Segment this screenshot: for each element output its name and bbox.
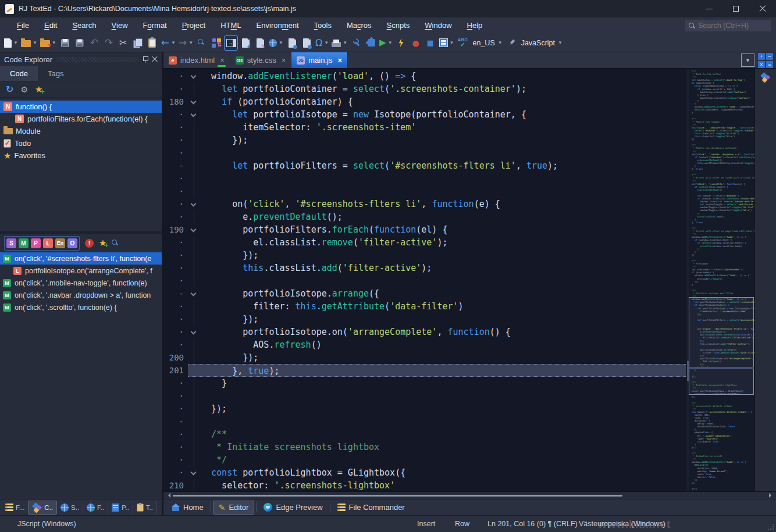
fold-gutter[interactable] [188,428,201,441]
panel-tab-p[interactable]: P.. [108,501,133,515]
fold-gutter[interactable] [188,249,201,262]
fold-gutter[interactable] [188,365,201,376]
tree-item[interactable]: Module [0,125,162,137]
panel-drag-handle[interactable] [56,57,138,62]
page-preview-button[interactable]: ● [300,35,314,51]
symbol-list-item[interactable]: Mon('click', '.navbar .dropdown > a', fu… [0,289,162,301]
fold-gutter[interactable] [188,402,201,415]
tree-item[interactable]: Nfunction() { [0,101,162,113]
fold-gutter[interactable] [188,95,201,108]
fold-gutter[interactable] [188,147,201,159]
scroll-left-arrow[interactable] [166,493,170,498]
run-script-button[interactable]: ▶▼ [378,35,393,51]
menu-format[interactable]: Format [136,17,175,34]
fold-gutter[interactable] [188,121,201,134]
resize-grip[interactable] [767,523,774,530]
chevron-down-icon[interactable]: ▼ [558,40,563,45]
line-number[interactable]: · [163,338,188,351]
fold-gutter[interactable] [188,223,201,236]
special-chars-button[interactable]: Ω▼ [314,35,330,51]
line-number[interactable]: · [163,390,188,402]
fold-gutter[interactable] [188,198,201,210]
fold-gutter[interactable] [188,185,201,198]
preview-browser-button[interactable]: ▼ [268,35,284,51]
line-number[interactable]: · [163,428,188,441]
pin-icon[interactable] [143,56,148,63]
search-input[interactable] [698,22,762,30]
menu-search[interactable]: Search [65,17,104,34]
fold-gutter[interactable] [188,210,201,223]
layout-grid-button[interactable]: ▼ [438,35,455,51]
chevron-down-icon[interactable]: ▼ [171,40,176,45]
filter-badge-s[interactable]: S [6,238,16,248]
cut-button[interactable]: ✂ [116,35,130,51]
spell-language-button[interactable]: en_US▼ [471,35,504,51]
syntax-mode-button[interactable]: JavaScript▼ [519,35,564,51]
save-all-button[interactable] [73,35,87,51]
code-editor[interactable]: · window.addEventListener('load', () => … [163,69,686,491]
fold-gutter[interactable] [188,390,201,402]
line-number[interactable]: · [163,454,188,466]
line-number[interactable]: · [163,108,188,121]
filter-badge-m[interactable]: M [19,238,29,248]
fold-gutter[interactable] [188,274,201,287]
copy-button[interactable] [131,35,145,51]
close-button[interactable] [749,0,776,17]
line-number[interactable]: · [163,236,188,249]
fold-gutter[interactable] [188,83,201,95]
line-number[interactable]: 190 [163,223,188,236]
spell-check-button[interactable]: ABC✓ [456,35,470,51]
chevron-down-icon[interactable]: ▼ [324,40,329,45]
menu-view[interactable]: View [104,17,136,34]
menu-help[interactable]: Help [460,17,490,34]
open-file-button[interactable]: ▼ [20,35,38,51]
menu-edit[interactable]: Edit [37,17,65,34]
chevron-down-icon[interactable]: ▼ [343,40,347,45]
filter-badge-o[interactable]: O [67,238,77,248]
close-tab-icon[interactable]: × [337,56,342,64]
nav-back-button[interactable]: ←▼ [160,35,177,51]
menu-tools[interactable]: Tools [307,17,339,34]
tree-item[interactable]: NportfolioFilters.forEach(function(el) { [0,113,162,125]
save-button[interactable] [58,35,72,51]
fold-gutter[interactable] [188,415,201,428]
line-number[interactable]: · [163,313,188,326]
menu-file[interactable]: File [9,17,37,34]
status-insert-mode[interactable]: Insert [417,520,435,528]
symbol-list-item[interactable]: Mon('click', '#screenshots-flters li', f… [0,252,162,265]
fold-gutter[interactable] [188,134,201,147]
line-number[interactable]: 200 [163,351,188,364]
open-favorite-button[interactable]: ♥▼ [39,35,58,51]
panel-tab-f[interactable]: ✓F.. [83,501,108,515]
fold-gutter[interactable] [188,441,201,454]
menu-search-box[interactable] [685,20,771,31]
gear-icon[interactable]: ⚙ [20,85,28,94]
fold-gutter[interactable] [188,454,201,466]
fold-gutter[interactable] [188,172,201,185]
symbol-search-icon[interactable] [112,240,119,247]
status-caret-position[interactable]: Ln 201, Col 16 (0) ¶ (CRLF) [487,520,578,528]
line-number[interactable]: · [163,210,188,223]
fold-gutter[interactable] [188,313,201,326]
alert-icon[interactable]: ! [85,239,94,248]
line-number[interactable]: · [163,70,188,83]
doc-tab-main.js[interactable]: JSmain.js× [291,52,348,68]
tab-list-dropdown[interactable]: ▼ [741,53,754,67]
doc-annotate-button[interactable]: ✎ [253,35,267,51]
undo-button[interactable]: ↶ [87,35,101,51]
close-tab-icon[interactable]: × [282,56,286,64]
menu-project[interactable]: Project [175,17,213,34]
line-number[interactable]: 180 [163,95,188,108]
tools-button[interactable] [349,35,363,51]
paste-button[interactable] [145,35,159,51]
chevron-down-icon[interactable]: ▼ [188,40,193,45]
toggle-side-panel-button[interactable] [224,35,238,51]
stop-button[interactable]: ■ [423,35,437,51]
line-number[interactable]: - [163,415,188,428]
fold-gutter[interactable] [188,287,201,300]
doc-tab-index.html[interactable]: eindex.html× [163,52,230,68]
line-number[interactable]: · [163,249,188,262]
fold-gutter[interactable] [188,236,201,249]
line-number[interactable]: - [163,287,188,300]
horizontal-scrollbar[interactable] [163,491,776,499]
